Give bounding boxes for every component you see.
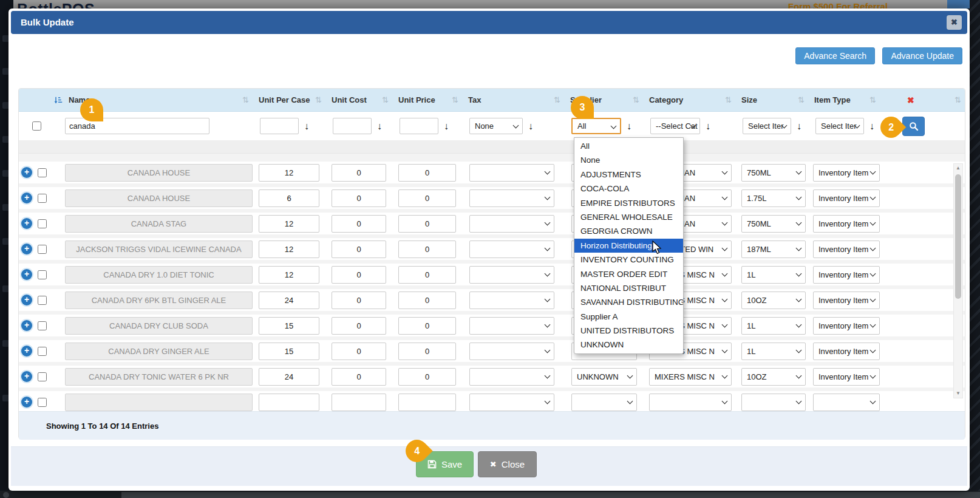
row-item-type-select[interactable]: Inventory Item [813,292,880,309]
supplier-dropdown-option[interactable]: ADJUSTMENTS [574,168,683,182]
apply-unit-price-arrow-icon[interactable]: ↓ [444,121,449,131]
size-filter-select[interactable]: Select Iter [743,118,791,134]
row-unit-cost-input[interactable] [332,394,386,411]
expand-row-plus-icon[interactable]: + [21,244,32,254]
row-item-type-select[interactable]: Inventory Item [813,343,880,360]
row-unit-cost-input[interactable]: 0 [332,343,386,360]
expand-row-plus-icon[interactable]: + [21,320,32,331]
advance-update-button[interactable]: Advance Update [882,47,962,64]
supplier-filter-select[interactable]: All [571,118,621,134]
column-header-unit-per-case[interactable]: Unit Per Case ⇅ [253,89,325,111]
row-size-select[interactable]: 1L [741,343,806,360]
row-item-type-select[interactable]: Inventory Item [813,189,880,207]
row-unit-per-case-input[interactable]: 12 [259,240,319,258]
row-item-type-select[interactable]: Inventory Item [813,215,880,233]
row-unit-cost-input[interactable]: 0 [332,292,386,309]
supplier-dropdown-option[interactable]: None [574,153,683,167]
supplier-dropdown-option[interactable]: Horizon Distributing [574,239,683,253]
row-checkbox[interactable] [38,398,47,407]
apply-unit-per-case-arrow-icon[interactable]: ↓ [304,121,309,131]
row-unit-per-case-input[interactable]: 12 [259,215,319,233]
supplier-dropdown-option[interactable]: MASTER ORDER EDIT [574,267,683,281]
row-unit-price-input[interactable]: 0 [398,189,456,207]
row-size-select[interactable] [741,394,806,411]
expand-row-plus-icon[interactable]: + [21,193,32,203]
row-size-select[interactable]: 750ML [741,164,806,182]
row-unit-cost-input[interactable]: 0 [332,266,386,284]
row-size-select[interactable]: 750ML [741,215,806,233]
row-size-select[interactable]: 1L [741,266,806,284]
unit-per-case-filter-input[interactable] [260,118,299,134]
unit-cost-filter-input[interactable] [333,118,372,134]
row-unit-cost-input[interactable]: 0 [332,240,386,258]
row-unit-per-case-input[interactable]: 24 [259,368,319,386]
row-checkbox[interactable] [38,245,47,254]
row-supplier-select[interactable] [571,394,637,411]
row-unit-price-input[interactable]: 0 [398,240,456,258]
row-unit-cost-input[interactable]: 0 [332,164,386,182]
row-tax-select[interactable] [469,394,554,411]
row-tax-select[interactable] [469,240,554,258]
search-button[interactable] [902,117,925,136]
select-all-checkbox[interactable] [32,121,41,131]
row-unit-per-case-input[interactable]: 15 [259,343,319,360]
scrollbar-thumb[interactable] [955,174,961,299]
tax-filter-select[interactable]: None [469,118,523,134]
row-size-select[interactable]: 1.75L [741,189,806,207]
row-tax-select[interactable] [469,164,554,182]
row-unit-per-case-input[interactable]: 12 [259,266,319,284]
row-item-type-select[interactable]: Inventory Item [813,164,880,182]
supplier-dropdown-option[interactable]: EMPIRE DISTRIBUTORS [574,196,683,210]
row-unit-per-case-input[interactable] [259,394,319,411]
row-unit-price-input[interactable]: 0 [398,343,456,360]
row-category-select[interactable]: MIXERS MISC N [649,368,732,386]
supplier-dropdown-option[interactable]: COCA-COLA [574,182,683,196]
row-unit-per-case-input[interactable]: 12 [259,164,319,182]
column-header-delete[interactable]: ✖ ⇅ [880,89,965,111]
supplier-dropdown-option[interactable]: UNKNOWN [574,338,683,352]
column-header-unit-price[interactable]: Unit Price ⇅ [392,89,462,111]
row-unit-cost-input[interactable]: 0 [332,215,386,233]
row-category-select[interactable] [649,394,732,411]
row-supplier-select[interactable]: UNKNOWN [571,368,637,386]
row-unit-price-input[interactable]: 0 [398,215,456,233]
row-checkbox[interactable] [38,347,47,356]
expand-row-plus-icon[interactable]: + [21,397,32,408]
expand-row-plus-icon[interactable]: + [21,218,32,229]
column-header-category[interactable]: Category ⇅ [643,89,735,111]
row-size-select[interactable]: 187ML [741,240,806,258]
advance-search-button[interactable]: Advance Search [795,47,875,64]
row-tax-select[interactable] [469,343,554,360]
row-unit-per-case-input[interactable]: 15 [259,317,319,335]
row-size-select[interactable]: 1L [741,317,806,335]
column-header-sort[interactable] [19,89,63,111]
column-header-unit-cost[interactable]: Unit Cost ⇅ [325,89,392,111]
apply-unit-cost-arrow-icon[interactable]: ↓ [377,121,382,131]
apply-category-arrow-icon[interactable]: ↓ [706,121,710,131]
row-unit-price-input[interactable]: 0 [398,292,456,309]
row-tax-select[interactable] [469,368,554,386]
row-tax-select[interactable] [469,215,554,233]
row-item-type-select[interactable] [813,394,880,411]
unit-price-filter-input[interactable] [400,118,438,134]
scrollbar-down-arrow-icon[interactable]: ▼ [954,389,962,398]
supplier-dropdown-option[interactable]: All [574,139,683,153]
apply-tax-arrow-icon[interactable]: ↓ [528,121,533,131]
supplier-dropdown-option[interactable]: GEORGIA CROWN [574,224,683,238]
row-item-type-select[interactable]: Inventory Item [813,368,880,386]
row-tax-select[interactable] [469,266,554,284]
row-item-type-select[interactable]: Inventory Item [813,240,880,258]
expand-row-plus-icon[interactable]: + [21,371,32,382]
supplier-dropdown-option[interactable]: Supplier A [574,310,683,324]
row-checkbox[interactable] [38,321,47,330]
row-size-select[interactable]: 10OZ [741,292,806,309]
item-type-filter-select[interactable]: Select Iter [815,118,864,134]
row-checkbox[interactable] [38,219,47,228]
row-checkbox[interactable] [38,372,47,381]
row-unit-per-case-input[interactable]: 24 [259,292,319,309]
expand-row-plus-icon[interactable]: + [21,346,32,356]
row-unit-price-input[interactable]: 0 [398,266,456,284]
expand-row-plus-icon[interactable]: + [21,269,32,280]
row-item-type-select[interactable]: Inventory Item [813,317,880,335]
expand-row-plus-icon[interactable]: + [21,167,32,178]
